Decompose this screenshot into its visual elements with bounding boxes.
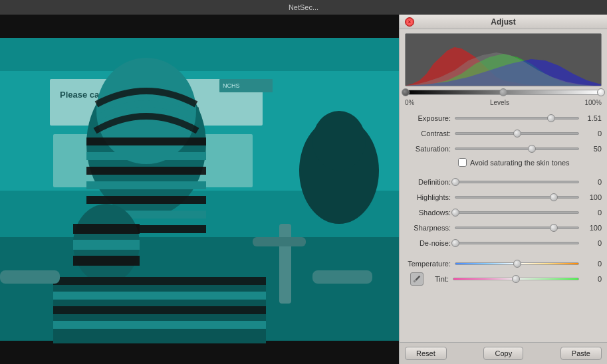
- definition-thumb[interactable]: [451, 178, 459, 186]
- svg-rect-27: [53, 277, 266, 285]
- saturation-track-wrap: [455, 144, 579, 153]
- highlights-row: Highlights: 100: [405, 191, 602, 203]
- main-area: Please call (215)243-9959 🏥Penn NCHS: [0, 15, 607, 364]
- levels-white-handle[interactable]: [597, 88, 605, 96]
- shadows-track: [455, 211, 579, 214]
- exposure-label: Exposure:: [405, 114, 455, 122]
- skin-tone-label: Avoid saturating the skin tones: [470, 159, 570, 167]
- svg-rect-16: [86, 152, 206, 160]
- sharpness-label: Sharpness:: [405, 224, 455, 232]
- temperature-track-wrap: [455, 259, 579, 268]
- temperature-value: 0: [582, 260, 602, 268]
- denoise-label: De-noise:: [405, 239, 455, 247]
- contrast-track: [455, 132, 579, 135]
- tint-track-wrap: [453, 274, 579, 284]
- definition-row: Definition: 0: [405, 176, 602, 188]
- levels-left-label: 0%: [405, 99, 414, 106]
- svg-rect-25: [73, 256, 140, 266]
- saturation-track: [455, 147, 579, 150]
- saturation-label: Saturation:: [405, 145, 455, 153]
- definition-label: Definition:: [405, 178, 455, 186]
- copy-button[interactable]: Copy: [483, 347, 523, 360]
- exposure-track-wrap: [455, 114, 579, 123]
- tint-label: Tint:: [426, 275, 453, 283]
- skin-tone-row: Avoid saturating the skin tones: [405, 158, 602, 167]
- highlights-track: [455, 196, 579, 199]
- shadows-track-wrap: [455, 208, 579, 217]
- exposure-row: Exposure: 1.51: [405, 112, 602, 124]
- temperature-row: Temperature: 0: [405, 258, 602, 270]
- highlights-thumb[interactable]: [550, 193, 558, 201]
- saturation-row: Saturation: 50: [405, 143, 602, 155]
- svg-rect-24: [73, 240, 140, 250]
- temperature-label: Temperature:: [405, 260, 455, 268]
- histogram-svg: [406, 34, 601, 86]
- temperature-track: [455, 262, 579, 265]
- svg-rect-28: [53, 292, 266, 300]
- panel-title: Adjust: [491, 17, 515, 27]
- svg-rect-32: [312, 270, 372, 284]
- levels-black-handle[interactable]: [402, 88, 410, 96]
- definition-track-wrap: [455, 177, 579, 187]
- contrast-value: 0: [582, 130, 602, 137]
- definition-track: [455, 181, 579, 183]
- close-button[interactable]: ×: [405, 17, 414, 27]
- svg-rect-29: [53, 306, 266, 314]
- sliders-section: Exposure: 1.51 Contrast: 0: [400, 110, 607, 342]
- highlights-value: 100: [582, 193, 602, 201]
- panel-bottom: Reset Copy Paste: [400, 342, 607, 364]
- tint-thumb[interactable]: [512, 275, 520, 283]
- denoise-track: [455, 242, 579, 244]
- sharpness-track-wrap: [455, 223, 579, 232]
- shadows-row: Shadows: 0: [405, 207, 602, 219]
- definition-value: 0: [582, 178, 602, 186]
- shadows-thumb[interactable]: [451, 209, 459, 217]
- levels-bar: [405, 86, 602, 98]
- svg-point-56: [414, 280, 416, 283]
- shadows-label: Shadows:: [405, 209, 455, 217]
- photo-area: Please call (215)243-9959 🏥Penn NCHS: [0, 15, 399, 364]
- exposure-track: [455, 117, 579, 120]
- svg-rect-15: [86, 137, 206, 145]
- reset-button[interactable]: Reset: [405, 347, 447, 360]
- eyedropper-button[interactable]: [410, 272, 424, 286]
- svg-rect-19: [86, 196, 206, 204]
- contrast-thumb[interactable]: [513, 130, 521, 137]
- svg-rect-31: [0, 270, 60, 284]
- sharpness-thumb[interactable]: [550, 224, 558, 232]
- histogram-box: [405, 33, 602, 86]
- levels-center-label: Levels: [490, 99, 509, 106]
- highlights-label: Highlights:: [405, 193, 455, 201]
- shadows-value: 0: [582, 209, 602, 217]
- skin-tone-checkbox[interactable]: [458, 158, 467, 167]
- svg-rect-23: [73, 224, 140, 234]
- sharpness-value: 100: [582, 224, 602, 232]
- saturation-value: 50: [582, 145, 602, 153]
- denoise-value: 0: [582, 239, 602, 247]
- denoise-track-wrap: [455, 238, 579, 248]
- denoise-row: De-noise: 0: [405, 237, 602, 249]
- sharpness-track: [455, 227, 579, 229]
- paste-button[interactable]: Paste: [560, 347, 602, 360]
- contrast-label: Contrast:: [405, 130, 455, 137]
- top-bar: NetSec...: [0, 0, 607, 15]
- svg-rect-18: [86, 181, 206, 189]
- tint-value: 0: [582, 275, 602, 283]
- exposure-thumb[interactable]: [547, 114, 555, 122]
- svg-rect-30: [53, 321, 266, 329]
- svg-rect-17: [86, 167, 206, 175]
- tint-track: [453, 278, 579, 280]
- levels-right-label: 100%: [584, 99, 602, 106]
- contrast-row: Contrast: 0: [405, 128, 602, 139]
- photo-svg: Please call (215)243-9959 🏥Penn NCHS: [0, 15, 399, 364]
- levels-labels: 0% Levels 100%: [405, 98, 602, 107]
- svg-text:NCHS: NCHS: [223, 82, 240, 89]
- tint-row: Tint: 0: [405, 273, 602, 285]
- saturation-thumb[interactable]: [528, 145, 536, 153]
- temperature-thumb[interactable]: [513, 260, 521, 268]
- contrast-track-wrap: [455, 129, 579, 138]
- denoise-thumb[interactable]: [451, 239, 459, 247]
- panel-title-bar: × Adjust: [400, 15, 607, 29]
- levels-mid-handle[interactable]: [499, 88, 507, 96]
- adjust-panel: × Adjust: [399, 15, 607, 364]
